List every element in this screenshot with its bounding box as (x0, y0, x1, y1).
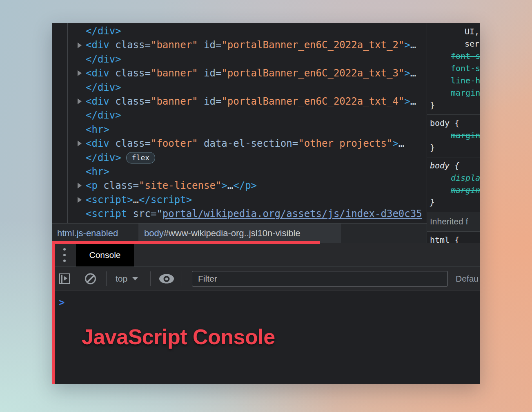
code-token-attr: class= (115, 67, 151, 79)
code-token-tag: <hr> (86, 166, 109, 177)
code-token-tag: </div> (86, 82, 121, 93)
code-token-val: "banner" (151, 39, 198, 51)
console-sidebar-icon[interactable] (59, 273, 70, 284)
tab-console[interactable]: Console (76, 243, 134, 266)
expand-arrow-icon[interactable] (78, 43, 82, 48)
expand-arrow-icon[interactable] (78, 141, 82, 146)
css-selector[interactable]: body { (427, 159, 480, 172)
toolbar-divider (106, 271, 107, 286)
code-token-tag: > (404, 39, 410, 51)
console-toolbar: top Defau (52, 267, 480, 291)
css-brace[interactable]: } (427, 141, 480, 154)
css-brace[interactable]: } (427, 99, 480, 111)
code-token-tag: </div> (86, 152, 121, 163)
expand-arrow-icon[interactable] (78, 99, 82, 104)
css-prop[interactable]: font-s (427, 62, 480, 74)
code-token-attr: data-el-section= (204, 138, 298, 149)
css-value[interactable]: ser (427, 38, 480, 50)
css-prop[interactable]: margin (427, 129, 480, 141)
screenshot-stage: </div><div class="banner" id="portalBann… (0, 0, 532, 412)
code-token-tag: <div (86, 96, 109, 107)
code-token-val: "banner" (151, 67, 198, 79)
tree-row[interactable]: <hr> (52, 165, 427, 179)
style-rule: body {margin} (427, 115, 480, 157)
code-token-tag: <div (86, 39, 109, 51)
context-selector-label: top (116, 274, 127, 284)
expand-arrow-icon[interactable] (78, 183, 82, 188)
tree-row[interactable]: <script>…</script> (52, 193, 427, 207)
css-selector[interactable]: body { (427, 117, 480, 129)
code-token-plain (198, 96, 204, 107)
console-header: Console (52, 243, 480, 267)
code-token-plain (198, 67, 204, 79)
tree-row[interactable]: </div> (52, 52, 427, 66)
tree-row[interactable]: <p class="site-license">…</p> (52, 179, 427, 193)
code-token-link: portal/wikipedia.org/assets/js/index-d3e… (162, 208, 422, 219)
tree-row[interactable]: <script src="portal/wikipedia.org/assets… (52, 207, 427, 221)
tree-row[interactable]: </div> (52, 81, 427, 94)
code-token-plain (98, 180, 103, 191)
tree-row[interactable]: <div class="footer" data-el-section="oth… (52, 137, 427, 150)
code-token-tag: </div> (86, 110, 121, 121)
styles-section-header: Inherited f (427, 212, 480, 232)
code-token-tag: </p> (233, 180, 257, 191)
tree-row[interactable]: <div class="banner" id="portalBanner_en6… (52, 94, 427, 108)
toolbar-divider (182, 271, 182, 286)
style-rule: body {displamargin} (427, 157, 480, 212)
tree-row[interactable]: </div> (52, 108, 427, 122)
filter-input[interactable] (192, 271, 448, 287)
code-token-tag: > (404, 96, 410, 107)
code-token-val: "other projects" (298, 138, 392, 149)
code-token-val: "portalBanner_en6C_2022a_txt_3" (221, 67, 404, 79)
code-token-tag: > (404, 67, 410, 79)
console-prompt[interactable]: > (59, 297, 65, 308)
code-token-plain (109, 96, 115, 107)
breadcrumb-body-tag: body (144, 228, 164, 239)
code-token-tag: </div> (86, 25, 121, 37)
expand-arrow-icon[interactable] (78, 197, 82, 203)
css-brace[interactable]: } (427, 196, 480, 208)
code-token-tag: <script (86, 208, 127, 219)
breadcrumb: html.js-enabled body#www-wikipedia-org..… (52, 223, 427, 243)
css-prop[interactable]: margin (427, 87, 480, 99)
tree-row[interactable]: </div> (52, 24, 427, 38)
tree-row[interactable]: </div>flex (52, 151, 427, 165)
flex-badge[interactable]: flex (126, 152, 155, 163)
css-selector[interactable]: html { (427, 234, 480, 243)
eye-icon[interactable] (159, 274, 174, 284)
code-token-ellip: … (227, 180, 233, 191)
tree-row[interactable]: <div class="banner" id="portalBanner_en6… (52, 66, 427, 80)
code-token-plain (109, 138, 115, 149)
breadcrumb-item-html[interactable]: html.js-enabled (57, 224, 118, 243)
code-token-attr: id= (204, 96, 221, 107)
context-selector[interactable]: top (116, 267, 138, 291)
tree-row[interactable]: <hr> (52, 123, 427, 137)
devtools-window: </div><div class="banner" id="portalBann… (52, 23, 480, 384)
sidebar-icon-bar (61, 275, 62, 283)
log-levels-dropdown[interactable]: Defau (456, 267, 479, 291)
css-value[interactable]: UI, (427, 25, 480, 38)
code-token-attr: src=" (133, 208, 162, 219)
styles-panel: UI,serfont-sfont-sline-hmargin}body {mar… (427, 23, 480, 243)
css-prop[interactable]: font-s (427, 50, 480, 62)
console-content[interactable]: > JavaScript Console (52, 291, 480, 384)
code-token-plain (109, 67, 115, 79)
elements-panel: </div><div class="banner" id="portalBann… (52, 23, 427, 243)
annotation-top-line (52, 241, 320, 244)
tree-row[interactable]: <div class="banner" id="portalBanner_en6… (52, 38, 427, 52)
code-token-attr: class= (103, 180, 139, 191)
css-prop[interactable]: line-h (427, 74, 480, 87)
code-token-val: "banner" (151, 96, 198, 107)
css-prop[interactable]: displa (427, 172, 480, 184)
code-token-attr: id= (204, 39, 221, 51)
breadcrumb-item-body[interactable]: body#www-wikipedia-org..jsl10n-visible (138, 224, 341, 243)
expand-arrow-icon[interactable] (78, 70, 82, 76)
annotation-title: JavaScript Console (82, 325, 275, 349)
code-token-plain (127, 208, 133, 219)
kebab-menu-icon[interactable] (63, 248, 66, 262)
css-prop[interactable]: margin (427, 184, 480, 196)
code-token-ellip: … (133, 194, 139, 206)
clear-console-icon[interactable] (85, 273, 96, 284)
code-token-plain (198, 138, 204, 149)
code-token-tag: > (221, 180, 227, 191)
